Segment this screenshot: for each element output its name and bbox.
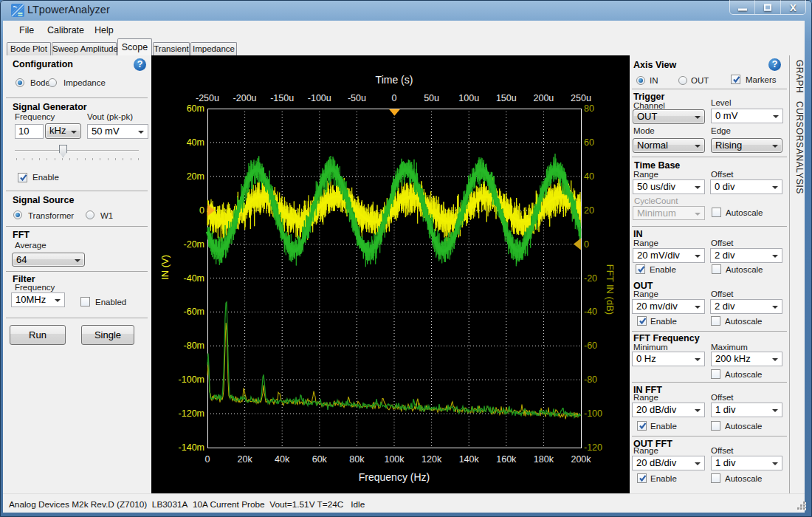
svg-text:120k: 120k xyxy=(422,454,442,465)
svg-text:-120m: -120m xyxy=(179,408,204,419)
svg-text:0: 0 xyxy=(205,454,210,465)
svg-text:60m: 60m xyxy=(187,103,204,114)
svg-text:80k: 80k xyxy=(349,454,365,465)
svg-text:IN (V): IN (V) xyxy=(159,255,171,280)
svg-text:-40m: -40m xyxy=(184,273,204,284)
svg-text:20: 20 xyxy=(584,205,594,216)
svg-text:-50u: -50u xyxy=(348,93,366,103)
svg-text:-140m: -140m xyxy=(179,442,204,453)
svg-text:100k: 100k xyxy=(384,454,405,465)
svg-text:40k: 40k xyxy=(275,454,290,465)
svg-text:-80m: -80m xyxy=(184,340,204,351)
svg-text:FFT IN (dB): FFT IN (dB) xyxy=(605,264,616,315)
svg-text:0: 0 xyxy=(584,239,589,250)
svg-text:-150u: -150u xyxy=(270,93,294,103)
svg-text:250u: 250u xyxy=(571,93,591,103)
svg-text:180k: 180k xyxy=(534,454,554,465)
svg-text:-80: -80 xyxy=(584,374,597,385)
svg-text:-250u: -250u xyxy=(196,93,219,103)
svg-text:20m: 20m xyxy=(187,171,204,182)
svg-text:-200u: -200u xyxy=(233,93,257,103)
svg-text:-60m: -60m xyxy=(184,307,204,317)
svg-text:-20m: -20m xyxy=(184,239,204,250)
svg-text:-20: -20 xyxy=(584,273,597,284)
svg-text:-100u: -100u xyxy=(308,93,331,103)
svg-text:-100: -100 xyxy=(584,408,602,419)
svg-text:160k: 160k xyxy=(496,454,517,465)
svg-text:0: 0 xyxy=(392,93,397,103)
svg-text:60k: 60k xyxy=(312,454,328,465)
svg-text:80: 80 xyxy=(584,103,594,114)
svg-text:-60: -60 xyxy=(584,340,597,351)
svg-text:Time (s): Time (s) xyxy=(376,74,413,86)
svg-text:200u: 200u xyxy=(533,93,554,103)
svg-text:150u: 150u xyxy=(496,93,517,103)
svg-text:-100m: -100m xyxy=(179,374,204,385)
svg-text:200k: 200k xyxy=(571,454,591,465)
svg-text:60: 60 xyxy=(584,137,594,148)
svg-text:Frequency (Hz): Frequency (Hz) xyxy=(359,471,430,483)
svg-text:50u: 50u xyxy=(424,93,439,103)
svg-text:40: 40 xyxy=(584,171,594,182)
svg-text:-120: -120 xyxy=(584,442,602,453)
svg-text:-40: -40 xyxy=(584,307,597,317)
svg-text:140k: 140k xyxy=(459,454,480,465)
svg-text:100u: 100u xyxy=(458,93,479,103)
svg-text:40m: 40m xyxy=(187,137,204,148)
svg-text:20k: 20k xyxy=(238,454,253,465)
svg-text:0: 0 xyxy=(199,205,204,216)
